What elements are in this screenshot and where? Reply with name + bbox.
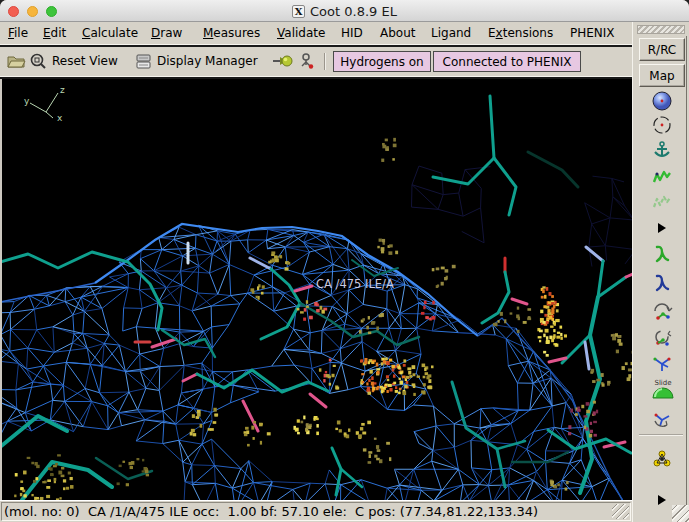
map-button[interactable]: Map: [639, 64, 685, 87]
crosshair-icon[interactable]: [650, 113, 674, 137]
torsion-icon[interactable]: [650, 271, 674, 295]
open-folder-icon[interactable]: [7, 52, 26, 70]
menu-edit[interactable]: Edit: [43, 26, 66, 40]
x11-icon: X: [292, 5, 305, 18]
menu-phenix[interactable]: PHENIX: [570, 26, 615, 40]
refine-zone-icon[interactable]: [650, 166, 674, 190]
svg-text:y: y: [24, 96, 30, 106]
globe-icon[interactable]: [650, 89, 674, 113]
svg-text:z: z: [60, 85, 65, 95]
phenix-connection-button[interactable]: Connected to PHENIX: [433, 51, 581, 72]
ligand-builder-icon[interactable]: [650, 447, 674, 471]
toolbar-separator: [324, 53, 326, 70]
go-arrow-icon[interactable]: [272, 52, 294, 70]
rrc-button[interactable]: R/RC: [639, 38, 685, 61]
svg-text:x: x: [57, 113, 63, 123]
hydrogens-toggle-button[interactable]: Hydrogens on: [333, 51, 431, 72]
canvas-left-edge: [0, 79, 2, 500]
display-manager-icon[interactable]: [135, 52, 153, 70]
menu-measures[interactable]: Measures: [203, 26, 260, 40]
edit-chi-icon[interactable]: [650, 326, 674, 350]
menu-about[interactable]: About: [380, 26, 415, 40]
panel-frame-line: [686, 36, 687, 518]
right-toolbar-panel: R/RC Map: [632, 22, 689, 522]
menu-bar: FileEditCalculateDrawMeasuresValidateHID…: [0, 23, 632, 44]
display-manager-button[interactable]: Display Manager: [157, 54, 258, 68]
menu-draw[interactable]: Draw: [151, 26, 182, 40]
panel-separator: [639, 434, 683, 436]
status-text: (mol. no: 0) CA /1/A/475 ILE occ: 1.00 b…: [4, 504, 538, 519]
rotamer-icon[interactable]: [650, 300, 674, 324]
anchor-icon[interactable]: [650, 139, 674, 163]
title-bar[interactable]: X Coot 0.8.9 EL: [0, 0, 689, 22]
menu-calculate[interactable]: Calculate: [82, 26, 138, 40]
status-bar: (mol. no: 0) CA /1/A/475 ILE occ: 1.00 b…: [0, 501, 632, 522]
menu-ligand[interactable]: Ligand: [431, 26, 471, 40]
more-arrow-icon[interactable]: [650, 488, 674, 512]
chi-angles-icon[interactable]: [650, 242, 674, 266]
atom-label: CA /475 ILE/A: [316, 277, 394, 291]
panel-drag-handle[interactable]: [637, 25, 685, 34]
menu-hid[interactable]: HID: [341, 26, 363, 40]
expand-arrow-icon[interactable]: [650, 216, 674, 240]
coot-window: X Coot 0.8.9 EL FileEditCalculateDrawMea…: [0, 0, 689, 522]
reset-view-icon[interactable]: [29, 52, 48, 71]
menu-validate[interactable]: Validate: [277, 26, 325, 40]
slide-icon[interactable]: Slide: [650, 378, 674, 402]
menu-extensions[interactable]: Extensions: [488, 26, 553, 40]
menu-file[interactable]: File: [8, 26, 28, 40]
molecular-viewport[interactable]: zyxCA /475 ILE/A: [0, 79, 632, 500]
window-resize-grip[interactable]: [672, 505, 689, 522]
toolbar: Reset View Display Manager Hydrogens on …: [0, 47, 632, 76]
window-title: Coot 0.8.9 EL: [310, 4, 397, 19]
reset-view-button[interactable]: Reset View: [52, 54, 118, 68]
status-resize-grip[interactable]: [612, 504, 629, 519]
flip-peptide-icon[interactable]: [650, 352, 674, 376]
jiggle-icon[interactable]: [650, 406, 674, 430]
svg-text:Slide: Slide: [654, 379, 671, 387]
refine-zone-dim-icon[interactable]: [650, 191, 674, 215]
go-to-atom-icon[interactable]: [299, 52, 315, 71]
